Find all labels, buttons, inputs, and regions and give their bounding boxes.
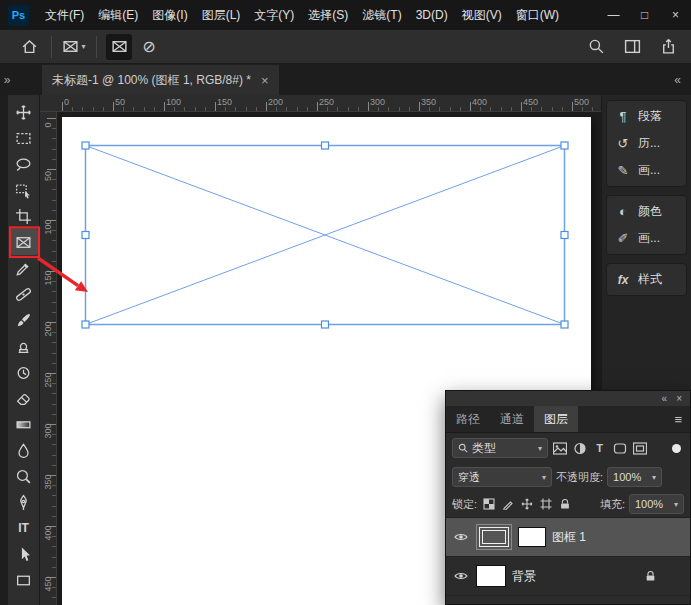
lock-position-icon[interactable] xyxy=(519,498,534,510)
panel-button-color[interactable]: ◐ 颜色 xyxy=(607,198,686,225)
blend-mode-dropdown[interactable]: 穿透 ▾ xyxy=(452,467,552,487)
panel-button-paragraph[interactable]: ¶ 段落 xyxy=(607,103,686,130)
layer-lock-icon[interactable] xyxy=(645,570,656,582)
panel-menu-icon[interactable]: ≡ xyxy=(674,412,682,427)
pixel-layer-filter-icon[interactable] xyxy=(551,439,568,457)
lock-all-icon[interactable] xyxy=(557,498,572,510)
maximize-button[interactable]: □ xyxy=(629,0,660,30)
collapse-panels-icon[interactable]: « xyxy=(674,65,681,95)
lock-artboard-icon[interactable] xyxy=(538,498,553,510)
menu-3d[interactable]: 3D(D) xyxy=(409,0,455,30)
circle-frame-mode-button[interactable]: ⊘ xyxy=(136,34,162,60)
blur-tool[interactable] xyxy=(10,437,38,463)
shape-layer-filter-icon[interactable] xyxy=(611,439,628,457)
frame-handle[interactable] xyxy=(322,321,329,328)
lock-pixels-icon[interactable] xyxy=(500,498,515,510)
crop-tool[interactable] xyxy=(10,203,38,229)
frame-handle[interactable] xyxy=(561,142,568,149)
tab-channels[interactable]: 通道 xyxy=(490,406,534,432)
lock-transparency-icon[interactable] xyxy=(481,498,496,510)
rectangle-shape-tool[interactable] xyxy=(10,567,38,593)
share-button[interactable] xyxy=(655,34,681,60)
menu-items: 文件(F) 编辑(E) 图像(I) 图层(L) 文字(Y) 选择(S) 滤镜(T… xyxy=(38,0,566,30)
collapse-panel-icon[interactable]: « xyxy=(662,393,668,404)
minimize-button[interactable]: — xyxy=(598,0,629,30)
menu-window[interactable]: 窗口(W) xyxy=(509,0,566,30)
home-button[interactable] xyxy=(16,34,42,60)
frame-handle[interactable] xyxy=(82,142,89,149)
frame-tool[interactable] xyxy=(10,229,38,255)
panel-group: fx 样式 xyxy=(606,263,687,296)
layer-row-background[interactable]: 背景 xyxy=(446,557,690,596)
menu-filter[interactable]: 滤镜(T) xyxy=(355,0,408,30)
expand-panel-icon[interactable]: » xyxy=(0,65,14,95)
frame-tool-preset-button[interactable]: ▾ xyxy=(61,34,87,60)
frame-content-thumbnail[interactable] xyxy=(518,527,546,547)
visibility-eye-icon[interactable] xyxy=(452,571,470,581)
brush-icon xyxy=(15,312,32,329)
spot-healing-brush-tool[interactable] xyxy=(10,281,38,307)
type-layer-filter-icon[interactable]: T xyxy=(591,439,608,457)
opacity-dropdown[interactable]: 100% ▾ xyxy=(607,467,662,487)
document-tab[interactable]: 未标题-1 @ 100% (图框 1, RGB/8#) * × xyxy=(42,65,279,95)
vertical-ruler[interactable]: 0 50 100 150 200 250 300 350 400 450 xyxy=(40,112,57,605)
close-button[interactable]: × xyxy=(660,0,691,30)
visibility-eye-icon[interactable] xyxy=(452,532,470,542)
marquee-icon xyxy=(15,130,32,147)
search-button[interactable] xyxy=(583,34,609,60)
menu-select[interactable]: 选择(S) xyxy=(301,0,355,30)
menu-image[interactable]: 图像(I) xyxy=(145,0,194,30)
dodge-tool[interactable] xyxy=(10,463,38,489)
move-tool[interactable] xyxy=(10,99,38,125)
ruler-label: 0 xyxy=(43,117,53,134)
history-brush-tool[interactable] xyxy=(10,359,38,385)
ruler-label: 150 xyxy=(217,97,232,107)
clone-stamp-tool[interactable] xyxy=(10,333,38,359)
brush-tool[interactable] xyxy=(10,307,38,333)
frame-handle[interactable] xyxy=(322,142,329,149)
pen-icon xyxy=(15,494,32,511)
frame-handle[interactable] xyxy=(561,321,568,328)
fill-dropdown[interactable]: 100% ▾ xyxy=(629,494,684,514)
filter-kind-dropdown[interactable]: 类型 ▾ xyxy=(452,438,548,458)
history-icon: ↺ xyxy=(615,136,631,151)
adjustment-layer-filter-icon[interactable] xyxy=(571,439,588,457)
panel-button-brush-settings[interactable]: ✐ 画... xyxy=(607,225,686,252)
lasso-tool[interactable] xyxy=(10,151,38,177)
frame-layer-thumbnail[interactable] xyxy=(476,524,512,550)
background-layer-thumbnail[interactable] xyxy=(476,565,506,587)
frame-handle[interactable] xyxy=(82,232,89,239)
panel-button-history[interactable]: ↺ 历... xyxy=(607,130,686,157)
gradient-tool[interactable] xyxy=(10,411,38,437)
menu-edit[interactable]: 编辑(E) xyxy=(91,0,145,30)
path-selection-tool[interactable] xyxy=(10,541,38,567)
eyedropper-tool[interactable] xyxy=(10,255,38,281)
filter-toggle-switch[interactable] xyxy=(672,444,681,453)
chevron-down-icon: ▾ xyxy=(538,444,542,453)
menu-view[interactable]: 视图(V) xyxy=(455,0,509,30)
eraser-tool[interactable] xyxy=(10,385,38,411)
ruler-label: 200 xyxy=(43,321,53,338)
menu-layer[interactable]: 图层(L) xyxy=(195,0,248,30)
tab-layers[interactable]: 图层 xyxy=(534,406,578,432)
tab-close-icon[interactable]: × xyxy=(261,73,269,88)
menu-type[interactable]: 文字(Y) xyxy=(247,0,301,30)
rectangular-frame-mode-button[interactable] xyxy=(106,34,132,60)
rectangular-marquee-tool[interactable] xyxy=(10,125,38,151)
frame-handle[interactable] xyxy=(561,232,568,239)
close-panel-icon[interactable]: × xyxy=(676,393,682,404)
layer-row-frame[interactable]: 图框 1 xyxy=(446,518,690,557)
panel-button-brushes[interactable]: ✎ 画... xyxy=(607,157,686,184)
smart-object-filter-icon[interactable] xyxy=(631,439,648,457)
pen-tool[interactable] xyxy=(10,489,38,515)
panel-button-styles[interactable]: fx 样式 xyxy=(607,266,686,293)
tab-paths[interactable]: 路径 xyxy=(446,406,490,432)
layer-name[interactable]: 背景 xyxy=(512,568,536,585)
layer-name[interactable]: 图框 1 xyxy=(552,529,586,546)
type-tool[interactable]: IT xyxy=(10,515,38,541)
horizontal-ruler[interactable]: 0 50 100 150 200 250 300 350 400 450 500 xyxy=(40,95,601,112)
frame-handle[interactable] xyxy=(82,321,89,328)
object-selection-tool[interactable] xyxy=(10,177,38,203)
workspace-button[interactable] xyxy=(619,34,645,60)
menu-file[interactable]: 文件(F) xyxy=(38,0,91,30)
